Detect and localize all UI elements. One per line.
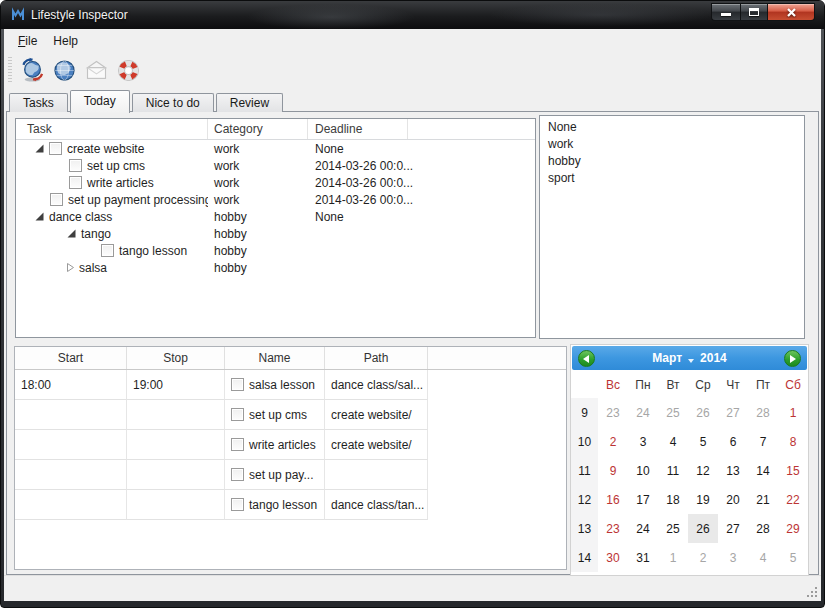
day-cell[interactable]: 30 — [598, 543, 628, 572]
stop-cell[interactable] — [127, 400, 225, 430]
day-cell[interactable]: 22 — [778, 485, 808, 514]
start-cell[interactable] — [15, 400, 127, 430]
tab-tasks[interactable]: Tasks — [9, 93, 68, 112]
checkbox[interactable] — [231, 438, 244, 451]
tree-row[interactable]: set up cms work 2014-03-26 00:0... — [16, 157, 535, 174]
start-cell[interactable] — [15, 430, 127, 460]
day-cell[interactable]: 3 — [718, 543, 748, 572]
expander-expanded-icon[interactable] — [35, 144, 44, 153]
checkbox[interactable] — [101, 244, 114, 257]
day-cell[interactable]: 18 — [658, 485, 688, 514]
checkbox[interactable] — [231, 468, 244, 481]
stop-cell[interactable] — [127, 490, 225, 520]
calendar-title[interactable]: Март2014 — [652, 351, 727, 365]
web-button[interactable] — [48, 55, 80, 85]
table-row[interactable]: write articles create website/ — [15, 430, 566, 460]
name-cell[interactable]: set up cms — [225, 400, 325, 430]
month-label[interactable]: Март — [652, 351, 682, 365]
table-row[interactable]: set up cms create website/ — [15, 400, 566, 430]
next-month-button[interactable] — [784, 350, 801, 367]
day-cell[interactable]: 2 — [598, 427, 628, 456]
day-cell[interactable]: 5 — [688, 427, 718, 456]
day-cell[interactable]: 31 — [628, 543, 658, 572]
day-cell[interactable]: 10 — [628, 456, 658, 485]
stop-cell[interactable] — [127, 430, 225, 460]
day-cell[interactable]: 24 — [628, 514, 658, 543]
day-cell[interactable]: 1 — [778, 398, 808, 427]
column-header-path[interactable]: Path — [325, 347, 428, 369]
day-cell[interactable]: 24 — [628, 398, 658, 427]
year-label[interactable]: 2014 — [700, 351, 727, 365]
menu-help[interactable]: Help — [45, 31, 86, 51]
day-cell[interactable]: 14 — [748, 456, 778, 485]
day-cell[interactable]: 9 — [598, 456, 628, 485]
day-cell[interactable]: 17 — [628, 485, 658, 514]
column-header-category[interactable]: Category — [208, 119, 308, 139]
checkbox[interactable] — [69, 159, 82, 172]
day-cell[interactable]: 8 — [778, 427, 808, 456]
day-cell[interactable]: 28 — [748, 514, 778, 543]
day-cell[interactable]: 21 — [748, 485, 778, 514]
day-cell[interactable]: 15 — [778, 456, 808, 485]
day-cell[interactable]: 25 — [658, 514, 688, 543]
expander-expanded-icon[interactable] — [35, 212, 44, 221]
tab-review[interactable]: Review — [216, 93, 283, 112]
expander-expanded-icon[interactable] — [67, 229, 76, 238]
tab-nice-to-do[interactable]: Nice to do — [132, 93, 214, 112]
table-row[interactable]: 18:00 19:00 salsa lesson dance class/sal… — [15, 370, 566, 400]
column-header-stop[interactable]: Stop — [127, 347, 225, 369]
list-item[interactable]: None — [548, 119, 804, 136]
tab-today[interactable]: Today — [70, 90, 130, 113]
day-cell[interactable]: 13 — [718, 456, 748, 485]
day-cell[interactable]: 2 — [688, 543, 718, 572]
day-cell[interactable]: 28 — [748, 398, 778, 427]
table-row[interactable]: set up pay... — [15, 460, 566, 490]
day-cell[interactable]: 3 — [628, 427, 658, 456]
column-header-task[interactable]: Task — [16, 119, 208, 139]
column-header-name[interactable]: Name — [225, 347, 325, 369]
day-cell[interactable]: 27 — [718, 514, 748, 543]
column-header-deadline[interactable]: Deadline — [308, 119, 408, 139]
name-cell[interactable]: salsa lesson — [225, 370, 325, 400]
tree-row[interactable]: salsa hobby — [16, 259, 535, 276]
toolbar-gripper[interactable] — [8, 57, 12, 83]
day-cell[interactable]: 20 — [718, 485, 748, 514]
day-cell[interactable]: 4 — [658, 427, 688, 456]
checkbox[interactable] — [231, 378, 244, 391]
day-cell[interactable]: 4 — [748, 543, 778, 572]
day-cell[interactable]: 19 — [688, 485, 718, 514]
minimize-button[interactable] — [711, 3, 740, 21]
start-cell[interactable] — [15, 490, 127, 520]
tree-row[interactable]: write articles work 2014-03-26 00:0... — [16, 174, 535, 191]
tree-row[interactable]: tango lesson hobby — [16, 242, 535, 259]
stop-cell[interactable]: 19:00 — [127, 370, 225, 400]
tree-row[interactable]: dance class hobby None — [16, 208, 535, 225]
day-cell[interactable]: 7 — [748, 427, 778, 456]
day-cell[interactable]: 1 — [658, 543, 688, 572]
checkbox[interactable] — [231, 408, 244, 421]
expander-collapsed-icon[interactable] — [67, 263, 74, 272]
day-cell[interactable]: 23 — [598, 398, 628, 427]
resize-grip[interactable] — [805, 585, 819, 599]
prev-month-button[interactable] — [578, 350, 595, 367]
list-item[interactable]: work — [548, 136, 804, 153]
checkbox[interactable] — [69, 176, 82, 189]
day-cell[interactable]: 6 — [718, 427, 748, 456]
help-button[interactable] — [112, 55, 144, 85]
table-row[interactable]: tango lesson dance class/tan... — [15, 490, 566, 520]
tree-row[interactable]: set up payment processing work 2014-03-2… — [16, 191, 535, 208]
day-cell[interactable]: 25 — [658, 398, 688, 427]
checkbox[interactable] — [49, 142, 62, 155]
menu-file[interactable]: File — [10, 31, 45, 51]
name-cell[interactable]: set up pay... — [225, 460, 325, 490]
day-cell[interactable]: 5 — [778, 543, 808, 572]
day-cell[interactable]: 29 — [778, 514, 808, 543]
day-cell[interactable]: 26 — [688, 398, 718, 427]
day-cell[interactable]: 23 — [598, 514, 628, 543]
day-cell[interactable]: 12 — [688, 456, 718, 485]
mail-button[interactable] — [80, 55, 112, 85]
day-cell[interactable]: 27 — [718, 398, 748, 427]
close-button[interactable] — [768, 3, 815, 21]
tree-row[interactable]: create website work None — [16, 140, 535, 157]
day-cell[interactable]: 16 — [598, 485, 628, 514]
